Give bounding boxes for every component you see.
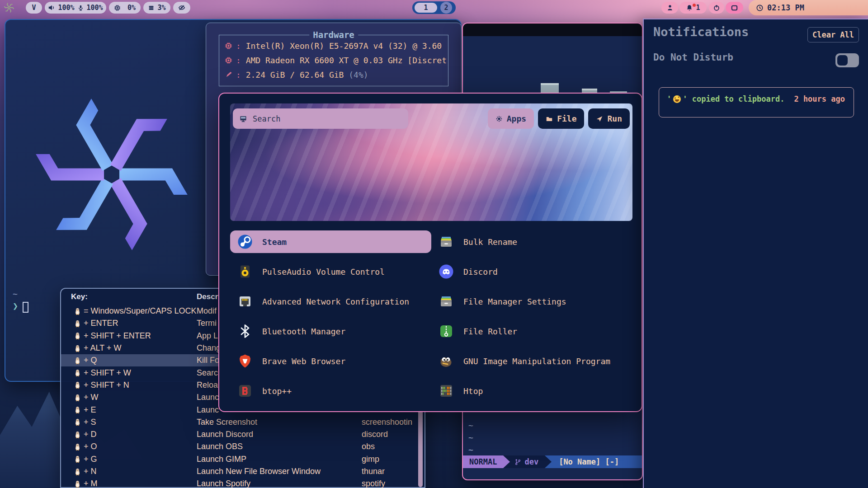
keybind-key: + SHIFT + ENTER — [75, 331, 197, 341]
clear-all-button[interactable]: Clear All — [807, 27, 859, 42]
tilde: ~ — [468, 432, 473, 444]
terminal-titlebar[interactable] — [463, 23, 642, 36]
statusline-chevron — [503, 455, 510, 468]
app-launcher: Search Apps File Run Steam Bulk Rename P… — [218, 93, 642, 412]
keybind-key-text: + S — [84, 418, 96, 427]
keybind-key: + E — [75, 405, 197, 415]
notifications-button[interactable]: 1 — [679, 2, 707, 14]
notification-card[interactable]: '' copied to clipboard. 2 hours ago — [659, 87, 854, 117]
keybind-row: + S Take Screenshot screenshootin — [61, 416, 417, 428]
keybind-key: + SHIFT + N — [75, 380, 197, 390]
keybind-key-text: + ENTER — [84, 319, 118, 328]
penguin-icon — [75, 369, 80, 376]
nixos-logo-icon[interactable] — [4, 2, 14, 15]
menu-label: V — [32, 4, 36, 12]
git-branch-icon — [514, 458, 521, 466]
power-icon — [713, 4, 720, 11]
keybind-key-text: + SHIFT + N — [84, 380, 129, 390]
memory-icon — [148, 5, 155, 11]
notification-count: 1 — [696, 4, 700, 12]
keybind-key: + D — [75, 430, 197, 439]
app-item[interactable]: Steam — [230, 230, 431, 253]
power-button[interactable] — [709, 2, 724, 14]
keybind-description: Take Screenshot — [197, 418, 362, 427]
keybind-description: Launch Discord — [197, 430, 362, 439]
cpu-widget[interactable]: 0% — [109, 2, 141, 14]
cpu-info: Intel(R) Xeon(R) E5-2697A v4 (32) @ 3.60 — [246, 41, 442, 51]
keybind-row: + O Launch OBS obs — [61, 441, 417, 453]
app-label: PulseAudio Volume Control — [262, 267, 385, 277]
clock-widget[interactable]: 02:13 PM — [749, 0, 868, 15]
app-item[interactable]: Discord — [431, 260, 632, 283]
penguin-icon — [75, 431, 80, 438]
app-item[interactable]: Bluetooth Manager — [230, 320, 431, 343]
app-label: File Manager Settings — [463, 297, 566, 306]
app-item[interactable]: btop++ — [230, 380, 431, 402]
tab-apps[interactable]: Apps — [488, 108, 534, 129]
penguin-icon — [75, 480, 80, 488]
app-item[interactable]: GNU Image Manipulation Program — [431, 350, 632, 372]
penguin-icon — [75, 455, 80, 463]
app-icon — [237, 383, 253, 399]
keybind-row: + M Launch Spotify spotify — [61, 478, 417, 488]
workspace-2-button[interactable]: 2 — [440, 2, 452, 14]
penguin-icon — [75, 394, 80, 401]
app-icon — [439, 294, 454, 309]
penguin-icon — [75, 308, 80, 315]
workspace-1-label: 1 — [424, 4, 428, 12]
buffer-segment: [No Name] [-] — [552, 455, 642, 468]
keybind-key: + O — [75, 442, 197, 451]
penguin-icon — [75, 443, 80, 450]
keybind-key-text: = Windows/Super/CAPS LOCK — [84, 306, 197, 316]
notification-timestamp: 2 hours ago — [794, 94, 845, 103]
keybind-key-text: + O — [84, 442, 97, 451]
app-icon — [439, 234, 454, 249]
keybind-command: spotify — [362, 479, 417, 488]
quote-open: ' — [667, 94, 671, 103]
app-item[interactable]: Advanced Network Configuration — [230, 290, 431, 313]
keybind-key: + Q — [75, 356, 197, 365]
app-label: btop++ — [262, 386, 292, 396]
app-item[interactable]: PulseAudio Volume Control — [230, 260, 431, 283]
clear-all-label: Clear All — [812, 30, 854, 39]
app-item[interactable]: File Manager Settings — [431, 290, 632, 313]
gpu-info: AMD Radeon RX 6600 XT @ 0.03 GHz [Discre… — [246, 56, 447, 65]
volume-widget[interactable]: 100% 100% — [45, 2, 106, 14]
user-button[interactable] — [661, 2, 678, 14]
search-input[interactable]: Search — [233, 108, 408, 129]
app-icon — [237, 234, 253, 249]
notification-message: '' copied to clipboard. — [667, 94, 784, 103]
app-item[interactable]: Htop — [431, 380, 632, 402]
user-icon — [666, 4, 674, 11]
app-label: Discord — [463, 267, 498, 277]
hardware-box: Hardware : Intel(R) Xeon(R) E5-2697A v4 … — [219, 35, 448, 86]
app-item[interactable]: Bulk Rename — [431, 230, 632, 253]
dnd-toggle-knob — [837, 55, 848, 66]
workspace-1-button[interactable]: 1 — [415, 3, 437, 13]
laughing-emoji-icon — [673, 95, 681, 103]
tab-file[interactable]: File — [538, 108, 584, 129]
notification-dot — [693, 4, 696, 7]
shell-prompt: ~ ❯ — [13, 288, 28, 313]
memory-widget[interactable]: 3% — [143, 2, 170, 14]
tilde: ~ — [468, 419, 473, 432]
penguin-icon — [75, 332, 80, 339]
notification-text: ' copied to clipboard. — [683, 94, 784, 103]
screenshot-button[interactable] — [726, 2, 743, 14]
keybind-command: obs — [362, 442, 417, 451]
tab-run[interactable]: Run — [588, 108, 630, 129]
notifications-panel: Notifications Clear All Do Not Disturb '… — [643, 19, 868, 488]
tab-run-label: Run — [607, 114, 622, 123]
dnd-toggle[interactable] — [835, 53, 859, 67]
nixos-logo-large — [31, 81, 192, 269]
penguin-icon — [75, 381, 80, 389]
menu-button[interactable]: V — [26, 2, 42, 14]
keybind-command: screenshootin — [362, 418, 417, 427]
penguin-icon — [75, 406, 80, 413]
keybind-key: + ENTER — [75, 319, 197, 328]
prompt-glyph: ❯ — [13, 300, 18, 311]
app-item[interactable]: File Roller — [431, 320, 632, 343]
app-item[interactable]: Brave Web Browser — [230, 350, 431, 372]
penguin-icon — [75, 345, 80, 352]
idle-inhibitor-button[interactable] — [173, 2, 190, 14]
